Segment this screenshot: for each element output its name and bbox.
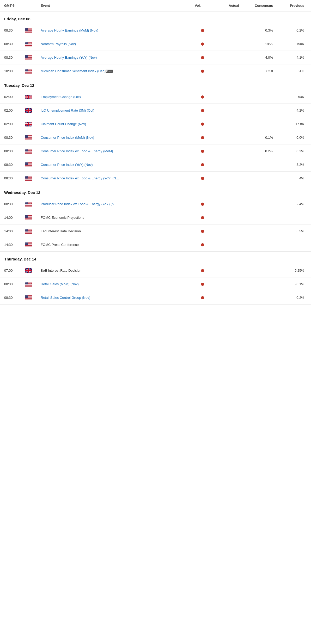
table-row: 08:30 ★★★★★★ ★★★★★ Average Hourly Earnin… xyxy=(0,51,311,64)
event-name-cell[interactable]: Average Hourly Earnings (YoY) (Nov) xyxy=(41,56,195,59)
svg-text:★★★★★: ★★★★★ xyxy=(26,216,31,217)
previous-value: 0.2% xyxy=(276,149,307,153)
event-name-cell[interactable]: Consumer Price Index (YoY) (Nov) xyxy=(41,163,195,167)
svg-rect-28 xyxy=(25,45,32,45)
previous-value: 54K xyxy=(276,95,307,99)
svg-rect-8 xyxy=(25,31,32,31)
svg-rect-265 xyxy=(25,298,32,298)
event-name-cell[interactable]: Consumer Price Index ex Food & Energy (M… xyxy=(41,149,195,153)
previous-value: 0.2% xyxy=(276,28,307,32)
flag-us: ★★★★★★ ★★★★★ xyxy=(25,42,41,46)
svg-rect-189 xyxy=(25,218,32,218)
event-name-cell: FOMC Economic Projections xyxy=(41,216,195,220)
previous-value: 17.8K xyxy=(276,122,307,126)
volatility-cell xyxy=(195,95,210,99)
col-consensus: Consensus xyxy=(242,4,276,8)
svg-rect-206 xyxy=(25,232,32,232)
flag-us: ★★★★★★ ★★★★★ xyxy=(25,229,41,234)
previous-value: -0.1% xyxy=(276,282,307,286)
event-name-cell[interactable]: Nonfarm Payrolls (Nov) xyxy=(41,42,195,46)
svg-rect-138 xyxy=(25,165,32,166)
volatility-cell xyxy=(195,163,210,166)
event-time: 14:00 xyxy=(4,216,25,220)
flag-us: ★★★★★★ ★★★★★ xyxy=(25,69,41,74)
event-name-cell[interactable]: Consumer Price Index (MoM) (Nov) xyxy=(41,136,195,139)
svg-rect-61 xyxy=(25,72,32,72)
svg-rect-27 xyxy=(25,45,32,45)
volatility-dot xyxy=(201,123,204,126)
consensus-value: 0.1% xyxy=(242,136,276,139)
svg-text:★★★★★: ★★★★★ xyxy=(26,243,31,245)
table-row: 08:30 ★★★★★★ ★★★★★ Average Hourly Earnin… xyxy=(0,24,311,37)
event-name-text: Producer Price Index ex Food & Energy (Y… xyxy=(41,202,117,206)
section-title-2: Wednesday, Dec 13 xyxy=(0,185,311,197)
flag-us: ★★★★★★ ★★★★★ xyxy=(25,55,41,60)
volatility-cell xyxy=(195,269,210,272)
consensus-value: 0.2% xyxy=(242,149,276,153)
section-0: Friday, Dec 0808:30 ★★★★★★ ★★★★★ Average… xyxy=(0,11,311,78)
svg-rect-106 xyxy=(25,139,32,139)
previous-value: 5.5% xyxy=(276,229,307,233)
event-name-cell[interactable]: Retail Sales Control Group (Nov) xyxy=(41,296,195,300)
svg-rect-224 xyxy=(25,246,32,246)
event-name-cell[interactable]: Michigan Consumer Sentiment Index (Dec)P… xyxy=(41,69,195,73)
event-name-text: Employment Change (Oct) xyxy=(41,95,81,99)
flag-us: ★★★★★★ ★★★★★ xyxy=(25,162,41,167)
volatility-dot xyxy=(201,216,204,219)
volatility-cell xyxy=(195,29,210,32)
previous-value: 4.1% xyxy=(276,56,307,59)
svg-rect-26 xyxy=(25,45,32,45)
volatility-cell xyxy=(195,70,210,73)
flag-us: ★★★★★★ ★★★★★ xyxy=(25,295,41,300)
event-name-cell[interactable]: Average Hourly Earnings (MoM) (Nov) xyxy=(41,28,195,32)
event-name-cell[interactable]: Retail Sales (MoM) (Nov) xyxy=(41,282,195,286)
event-name-cell[interactable]: Producer Price Index ex Food & Energy (Y… xyxy=(41,202,195,206)
event-name-text: Fed Interest Rate Decision xyxy=(41,229,81,233)
volatility-dot xyxy=(201,269,204,272)
event-name-text: Consumer Price Index (MoM) (Nov) xyxy=(41,136,94,139)
col-actual: Actual xyxy=(210,4,242,8)
svg-rect-43 xyxy=(25,58,32,58)
table-row: 08:30 ★★★★★★ ★★★★★ Consumer Price Index … xyxy=(0,144,311,158)
consensus-value: 185K xyxy=(242,42,276,46)
svg-text:★★★★★: ★★★★★ xyxy=(26,42,31,44)
svg-rect-9 xyxy=(25,31,32,31)
event-name-cell[interactable]: Employment Change (Oct) xyxy=(41,95,195,99)
consensus-value: 4.0% xyxy=(242,56,276,59)
event-name-cell[interactable]: Consumer Price Index ex Food & Energy (Y… xyxy=(41,176,195,180)
svg-rect-190 xyxy=(25,218,32,219)
svg-rect-176 xyxy=(25,206,32,206)
svg-rect-251 xyxy=(25,285,32,285)
svg-rect-207 xyxy=(25,232,32,232)
event-time: 10:00 xyxy=(4,69,25,73)
svg-text:★★★★★: ★★★★★ xyxy=(26,203,31,204)
svg-rect-223 xyxy=(25,245,32,246)
volatility-cell xyxy=(195,283,210,286)
pre-badge: Pre... xyxy=(106,70,113,73)
event-name-text: Retail Sales Control Group (Nov) xyxy=(41,296,90,300)
event-name-cell[interactable]: Claimant Count Change (Nov) xyxy=(41,122,195,126)
svg-rect-123 xyxy=(25,152,32,153)
event-name-cell: Fed Interest Rate Decision xyxy=(41,229,195,233)
event-name-text: Average Hourly Earnings (YoY) (Nov) xyxy=(41,56,97,59)
flag-us: ★★★★★★ ★★★★★ xyxy=(25,215,41,220)
svg-rect-85 xyxy=(25,110,32,111)
event-name-cell: BoE Interest Rate Decision xyxy=(41,269,195,272)
svg-rect-120 xyxy=(25,151,32,151)
col-flag xyxy=(25,4,41,8)
svg-rect-270 xyxy=(25,300,32,300)
svg-rect-105 xyxy=(25,138,32,139)
svg-rect-60 xyxy=(25,72,32,72)
svg-rect-268 xyxy=(25,299,32,299)
svg-text:★★★★★: ★★★★★ xyxy=(26,150,31,151)
svg-text:★★★★★: ★★★★★ xyxy=(26,296,31,297)
svg-rect-137 xyxy=(25,165,32,165)
event-time: 02:00 xyxy=(4,95,25,99)
volatility-dot xyxy=(201,56,204,59)
event-name-cell[interactable]: ILO Unemployment Rate (3M) (Oct) xyxy=(41,108,195,112)
svg-rect-158 xyxy=(25,180,32,180)
previous-value: 2.4% xyxy=(276,202,307,206)
col-time: GMT-5 xyxy=(4,4,25,8)
svg-rect-10 xyxy=(25,31,32,32)
event-name-text: BoE Interest Rate Decision xyxy=(41,269,81,272)
